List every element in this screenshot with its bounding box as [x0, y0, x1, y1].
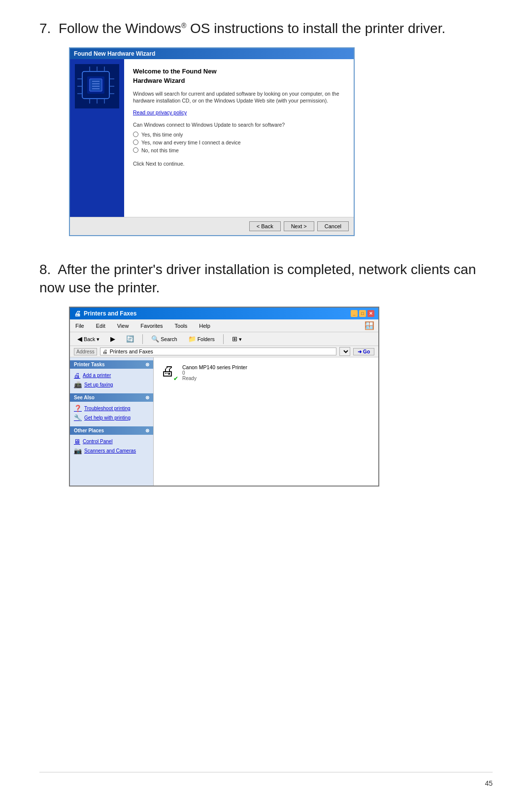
menu-file[interactable]: File — [74, 322, 86, 329]
wizard-description: Windows will search for current and upda… — [133, 90, 345, 105]
wizard-radio-label-1: Yes, this time only — [141, 132, 183, 138]
views-dropdown-icon: ▾ — [239, 336, 242, 342]
radio-circle-1 — [133, 132, 138, 137]
sidebar-section-other-places: Other Places ⊗ 🖥 Control Panel 📷 Scanner… — [70, 426, 153, 457]
sidebar-header-printer-tasks[interactable]: Printer Tasks ⊗ — [70, 360, 153, 369]
sidebar-item-control-panel[interactable]: 🖥 Control Panel — [73, 437, 150, 446]
add-printer-label: Add a printer — [83, 373, 111, 378]
pf-address-bar: Address 🖨 Printers and Faxes ➜ Go — [70, 346, 378, 357]
sidebar-item-troubleshoot[interactable]: ❓ Troubleshoot printing — [73, 404, 150, 413]
troubleshoot-label: Troubleshoot printing — [84, 406, 131, 411]
wizard-next-button[interactable]: Next > — [284, 221, 314, 231]
toolbar-back-button[interactable]: ◀ Back ▾ — [74, 334, 103, 344]
menu-tools[interactable]: Tools — [173, 322, 189, 329]
sidebar-item-add-printer[interactable]: 🖨 Add a printer — [73, 371, 150, 380]
printer-queue: 0 — [182, 370, 247, 376]
pf-window-title: Printers and Faxes — [84, 310, 136, 317]
back-icon: ◀ — [77, 335, 82, 343]
minimize-button[interactable]: _ — [351, 310, 358, 317]
printer-main-icon: 🖨 — [161, 363, 174, 379]
wizard-click-next: Click Next to continue. — [133, 160, 345, 168]
wizard-window: Found New Hardware Wizard — [69, 47, 355, 236]
toolbar-forward-button[interactable]: ▶ — [107, 334, 119, 344]
get-help-label: Get help with printing — [84, 415, 131, 420]
other-places-label: Other Places — [74, 428, 104, 433]
wizard-back-button[interactable]: < Back — [249, 221, 281, 231]
forward-icon: ▶ — [110, 335, 115, 343]
wizard-radio-label-2: Yes, now and every time I connect a devi… — [141, 139, 241, 145]
scanners-icon: 📷 — [74, 447, 82, 454]
printer-name: Canon MP140 series Printer — [182, 364, 247, 370]
address-label: Address — [74, 348, 97, 355]
window-controls: _ □ ✕ — [351, 310, 374, 317]
menu-edit[interactable]: Edit — [95, 322, 107, 329]
printer-item[interactable]: 🖨 ✔ Canon MP140 series Printer 0 Ready — [159, 362, 373, 384]
wizard-radio-option-3[interactable]: No, not this time — [133, 147, 345, 153]
step-8-section: 8. After the printer's driver installati… — [39, 261, 493, 487]
wizard-radio-option-1[interactable]: Yes, this time only — [133, 132, 345, 138]
printer-status-icon: ✔ — [173, 375, 178, 382]
sidebar-item-scanners[interactable]: 📷 Scanners and Cameras — [73, 446, 150, 455]
printer-tasks-label: Printer Tasks — [74, 362, 105, 367]
step-7-heading: 7. Follow the Windows® OS instructions t… — [39, 20, 493, 37]
address-dropdown[interactable] — [339, 347, 350, 356]
refresh-icon: 🔄 — [126, 335, 134, 343]
sidebar-items-see-also: ❓ Troubleshoot printing 🔧 Get help with … — [70, 402, 153, 424]
printers-faxes-window: 🖨 Printers and Faxes _ □ ✕ File Edit Vie… — [69, 307, 379, 487]
control-panel-label: Control Panel — [83, 439, 113, 444]
wizard-radio-option-2[interactable]: Yes, now and every time I connect a devi… — [133, 139, 345, 145]
folders-label: Folders — [198, 336, 215, 342]
pf-titlebar: 🖨 Printers and Faxes _ □ ✕ — [70, 308, 378, 319]
toolbar-folders-button[interactable]: 📁 Folders — [185, 334, 218, 344]
pf-titlebar-left: 🖨 Printers and Faxes — [74, 310, 136, 317]
pf-sidebar: Printer Tasks ⊗ 🖨 Add a printer 📠 Set up… — [70, 357, 154, 486]
windows-logo-icon: 🪟 — [365, 321, 374, 330]
menu-view[interactable]: View — [116, 322, 131, 329]
toolbar-separator-1 — [142, 334, 143, 344]
toolbar-views-button[interactable]: ⊞ ▾ — [229, 334, 245, 344]
printer-title-icon: 🖨 — [74, 310, 81, 317]
search-label: Search — [161, 336, 177, 342]
step-7-section: 7. Follow the Windows® OS instructions t… — [39, 20, 493, 236]
toolbar-separator-2 — [223, 334, 224, 344]
wizard-title: Found New Hardware Wizard — [74, 50, 155, 57]
sidebar-section-printer-tasks: Printer Tasks ⊗ 🖨 Add a printer 📠 Set up… — [70, 360, 153, 391]
wizard-titlebar: Found New Hardware Wizard — [70, 48, 354, 59]
address-printer-icon: 🖨 — [102, 349, 108, 354]
wizard-privacy-link[interactable]: Read our privacy policy — [133, 109, 187, 115]
troubleshoot-icon: ❓ — [74, 405, 82, 412]
get-help-icon: 🔧 — [74, 414, 82, 421]
wizard-welcome-heading: Welcome to the Found NewHardware Wizard — [133, 67, 345, 85]
wizard-cancel-button[interactable]: Cancel — [317, 221, 349, 231]
scanners-label: Scanners and Cameras — [84, 448, 136, 453]
wizard-question: Can Windows connect to Windows Update to… — [133, 121, 345, 129]
pf-toolbar: ◀ Back ▾ ▶ 🔄 🔍 Search 📁 Folders ⊞ — [70, 332, 378, 346]
pf-menubar: File Edit View Favorites Tools Help 🪟 — [70, 319, 378, 332]
printer-info: Canon MP140 series Printer 0 Ready — [182, 364, 247, 381]
sidebar-header-other-places[interactable]: Other Places ⊗ — [70, 426, 153, 435]
setup-faxing-icon: 📠 — [74, 381, 82, 388]
menu-favorites[interactable]: Favorites — [139, 322, 164, 329]
address-value: Printers and Faxes — [110, 349, 153, 354]
see-also-label: See Also — [74, 395, 95, 400]
maximize-button[interactable]: □ — [359, 310, 366, 317]
printer-tasks-collapse-icon: ⊗ — [145, 362, 149, 367]
menu-help[interactable]: Help — [198, 322, 212, 329]
sidebar-section-see-also: See Also ⊗ ❓ Troubleshoot printing 🔧 Get… — [70, 393, 153, 424]
address-field[interactable]: 🖨 Printers and Faxes — [100, 348, 337, 355]
views-icon: ⊞ — [232, 335, 237, 343]
toolbar-search-button[interactable]: 🔍 Search — [148, 334, 180, 344]
close-button[interactable]: ✕ — [367, 310, 374, 317]
sidebar-item-get-help[interactable]: 🔧 Get help with printing — [73, 413, 150, 422]
step-8-heading: 8. After the printer's driver installati… — [39, 261, 493, 297]
radio-circle-2 — [133, 139, 138, 145]
printer-status: Ready — [182, 376, 247, 381]
sidebar-items-printer-tasks: 🖨 Add a printer 📠 Set up faxing — [70, 369, 153, 391]
add-printer-icon: 🖨 — [74, 372, 80, 379]
toolbar-refresh-button[interactable]: 🔄 — [123, 334, 137, 344]
see-also-collapse-icon: ⊗ — [145, 395, 149, 400]
address-go-button[interactable]: ➜ Go — [353, 348, 374, 355]
sidebar-header-see-also[interactable]: See Also ⊗ — [70, 393, 153, 402]
sidebar-item-setup-faxing[interactable]: 📠 Set up faxing — [73, 380, 150, 389]
sidebar-items-other-places: 🖥 Control Panel 📷 Scanners and Cameras — [70, 435, 153, 457]
